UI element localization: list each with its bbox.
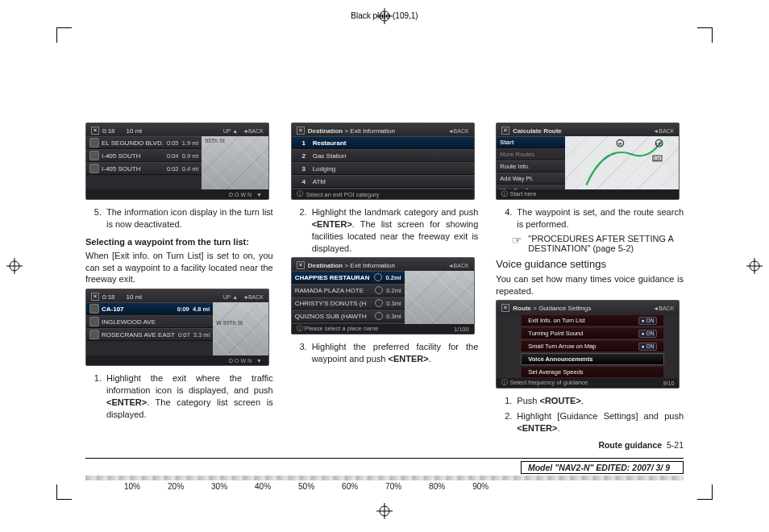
close-icon: ✕ [297,261,305,269]
svg-point-15 [656,139,663,147]
step-1: 1. Highlight the exit where the traffic … [85,372,273,420]
turn-icon [89,317,99,326]
screenshot-turn-list-2: ✕ 0:18 10 mi UP ▲ ◄BACK CA-1070:09 4.8 m… [85,289,269,366]
plate-label: Black plate (109,1) [0,11,769,20]
close-icon: ✕ [91,293,99,301]
title-dist: 10 mi [127,293,143,301]
screenshot-exit-facilities: ✕ Destination > Exit Information ◄BACK C… [291,257,475,335]
map-preview: W 99Th St [213,302,268,355]
map-preview: 93Th St [202,136,268,189]
screenshot-guidance-settings: ✕ Route > Guidance Settings ◄BACK Exit I… [496,300,680,389]
step-2b: 2. Highlight [Guidance Settings] and pus… [496,410,684,434]
step-2: 2. Highlight the landmark category and p… [291,206,479,254]
pin-icon [375,312,383,320]
svg-rect-12 [578,136,667,189]
turn-icon [89,164,99,173]
model-bar: Model "NAV2-N" EDITED: 2007/ 3/ 9 [85,458,684,474]
back-label: BACK [248,128,264,134]
paragraph: You can set how many times voice guidanc… [496,273,684,297]
content-columns: ✕ 0:18 10 mi UP ▲ ◄BACK EL SEGUNDO BLVD.… [85,119,684,469]
crop-mark [56,27,72,43]
heading-voice-guidance: Voice guidance settings [496,258,684,270]
crop-mark [697,484,713,500]
density-scale: 10% 20% 30% 40% 50% 60% 70% 80% 90% [85,476,684,487]
pin-icon [375,286,383,294]
pin-icon [375,299,383,307]
row-label: EL SEGUNDO BLVD. [102,139,164,147]
subhead-select-waypoint: Selecting a waypoint from the turn list: [85,237,273,247]
page: Black plate (109,1) ✕ 0:18 10 mi UP ▲ ◄B… [0,0,769,532]
toggle-on: ● ON [638,317,657,325]
svg-text:95: 95 [617,142,622,147]
turn-icon [89,304,99,314]
toggle-on: ● ON [638,343,657,351]
page-footer-title: Route guidance 5-21 [598,440,684,450]
screenshot-exit-categories: ✕ Destination > Exit Information ◄BACK 1… [291,123,475,200]
column-2: ✕ Destination > Exit Information ◄BACK 1… [291,119,479,469]
step-3: 3. Highlight the preferred facility for … [291,341,479,365]
column-3: ✕ Calculate Route ◄BACK Start More Route… [496,119,684,469]
turn-icon [89,151,99,160]
column-1: ✕ 0:18 10 mi UP ▲ ◄BACK EL SEGUNDO BLVD.… [85,119,273,469]
close-icon: ✕ [501,127,509,135]
title-time: 0:18 [102,293,115,301]
close-icon: ✕ [297,127,305,135]
title-dist: 10 mi [127,127,143,135]
screenshot-calculate-route: ✕ Calculate Route ◄BACK Start More Route… [496,123,680,200]
svg-rect-17 [653,156,662,161]
row-label: INGLEWOOD AVE [102,318,206,326]
step-4: 4. The waypoint is set, and the route se… [496,206,684,231]
up-label: UP [223,128,231,134]
title-time: 0:18 [102,127,115,135]
step-1b: 1. Push <ROUTE>. [496,395,684,407]
paragraph: When [Exit info. on Turn List] is set to… [85,250,273,286]
step-5: 5. The information icon display in the t… [85,206,273,231]
screenshot-turn-list-1: ✕ 0:18 10 mi UP ▲ ◄BACK EL SEGUNDO BLVD.… [85,123,269,200]
map-preview: 95 170 110 [565,136,679,189]
svg-point-13 [617,139,624,147]
row-label: I-405 SOUTH [102,165,164,172]
row-label: CA-107 [102,305,174,313]
row-label: ROSECRANS AVE EAST [102,331,175,339]
cross-ref: ☞ "PROCEDURES AFTER SETTING A DESTINATIO… [512,234,684,253]
row-label: I-405 SOUTH [102,152,164,160]
model-box: Model "NAV2-N" EDITED: 2007/ 3/ 9 [521,461,684,474]
close-icon: ✕ [91,127,99,135]
pointer-icon: ☞ [512,234,528,246]
svg-text:170: 170 [656,143,663,147]
registration-mark-icon [376,503,393,519]
turn-icon [89,330,99,339]
close-icon: ✕ [501,304,509,312]
turn-icon [89,138,99,148]
registration-mark-icon [746,258,763,274]
map-preview [405,271,474,324]
svg-text:110: 110 [654,157,660,161]
crop-mark [697,27,713,43]
pin-icon [374,273,382,281]
registration-mark-icon [6,258,23,274]
crop-mark [56,484,72,500]
toggle-on: ● ON [638,330,657,338]
